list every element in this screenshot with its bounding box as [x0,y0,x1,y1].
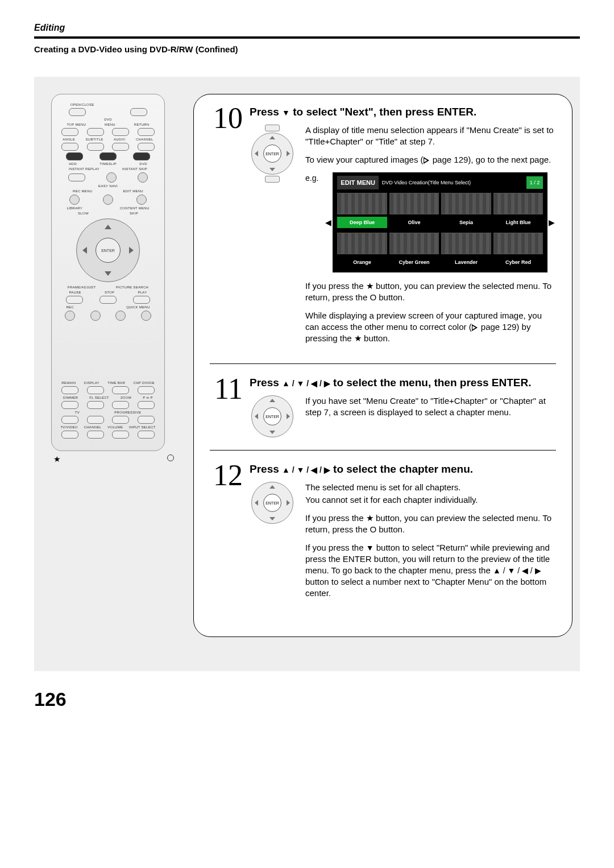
btn [136,195,147,205]
star-icon: ★ [366,281,374,291]
t10a: Press [250,106,282,118]
step-11: 11 Press ▲ / ▼ / ◀ / ▶ to select the men… [210,377,556,437]
step-num-12: 12 [210,463,243,606]
btn [87,416,104,424]
osd-title: DVD Video Creation(Title Menu Select) [382,177,471,188]
lbl-prog: PROGRESSIVE [114,411,141,414]
lbl-picsearch: PICTURE SEARCH [116,286,148,289]
s10-p3: If you press the ★ button, you can previ… [305,280,556,303]
btn [61,401,78,409]
star-icon: ★ [354,333,362,343]
lbl-recmenu: REC MENU [73,189,92,193]
osd-thumb [337,193,387,214]
udlr-icon: ▲ / ▼ / ◀ / ▶ [282,377,330,390]
stop-btn [99,296,117,304]
pause-btn [66,296,83,304]
lbl-timeslip: TIMESLIP [99,162,117,166]
btn [61,431,78,439]
btn [106,172,117,183]
s11-p1: If you have set "Menu Create" to "Title+… [305,395,556,418]
osd-thumb [441,193,491,214]
btn [103,195,113,205]
s12p3a: If you press the [305,543,366,552]
rec-btn [65,311,75,321]
osd-l8: Cyber Red [493,257,544,268]
osd-l1: Deep Blue [337,217,387,228]
dpad-small: ENTER [251,482,293,524]
step-10: 10 Press ▼ to select "Next", then press … [210,106,556,351]
step-num-10: 10 [210,106,243,351]
lbl-tv: TV [75,411,80,414]
dpad-left-icon [255,414,258,419]
page-number: 126 [34,688,580,710]
dpad-small: ENTER [251,133,293,175]
s10p2b: page 129), go to the next page. [430,155,551,164]
lbl-quick: QUICK MENU [126,305,150,309]
btn [87,401,104,409]
osd-l4: Light Blue [493,217,544,228]
hdd-btn [66,152,83,160]
dpad-diagram: ENTER [250,482,295,606]
lbl-zoom: ZOOM [121,396,131,399]
osd-thumb [389,233,439,254]
lbl-easy: EASY NAVI [57,184,159,188]
separator [210,363,556,364]
lbl-instrep: INSTANT REPLAY [69,167,99,171]
down-btn [138,143,155,151]
dpad-down-icon [269,168,275,171]
dpad-up-icon [105,225,111,229]
s10-p2: To view your captured images ( page 129)… [305,154,556,166]
dpad-right-icon [129,247,134,254]
dpad-left-icon [82,247,87,254]
lbl-pinp: P in P [143,396,153,399]
s10-p1: A display of title menu selection appear… [305,125,556,147]
osd-l3: Sepia [441,217,491,228]
lbl-display: DISPLAY [84,381,99,385]
step-num-11: 11 [210,377,243,437]
dpad-up-icon [269,136,275,139]
dpad-small: ENTER [251,395,293,437]
dpad-enter: ENTER [96,238,121,263]
eg-label: e.g. [305,172,318,184]
lbl-pause: PAUSE [69,291,81,294]
btn [112,401,129,409]
lbl-chpdiv: CHP DIVIDE [134,381,155,385]
lbl-editmenu: EDIT MENU [123,189,143,193]
lbl-inpsel: INPUT SELECT [129,425,156,429]
lbl-menu: MENU [105,123,115,126]
lbl-skip: SKIP [130,212,138,215]
dpad-up-icon [269,485,275,489]
remote-wrap: OPEN/CLOSE DVD TOP MENU MENU RETURN ANGL… [51,94,176,637]
s12-p1b: You cannot set it for each chapter indiv… [305,494,556,506]
btn [61,128,78,136]
star-icon: ★ [366,513,374,523]
btn [138,416,155,424]
content-panel: 10 Press ▼ to select "Next", then press … [193,94,572,637]
lbl-stop: STOP [105,291,114,294]
osd-thumb [441,233,491,254]
dpad-down-icon [269,431,275,434]
lbl-dimmer: DIMMER [63,396,78,399]
lbl-flsel: FL SELECT [89,396,109,399]
dpad-up-icon [269,399,275,402]
lbl-remain: REMAIN [61,381,76,385]
osd-l6: Cyber Green [389,257,439,268]
btn [138,386,155,394]
o-btn [115,311,126,321]
btn [112,143,129,151]
lbl-timebar: TIME BAR [107,381,125,385]
lbl-chan: CHANNEL [84,425,102,429]
osd-thumb [493,193,544,214]
step-11-title: Press ▲ / ▼ / ◀ / ▶ to select the menu, … [250,377,556,390]
dpad-top-bar [265,125,280,131]
lbl-tvvideo: TV/VIDEO [60,425,77,429]
btn [138,431,155,439]
play-btn [133,296,150,304]
separator [210,450,556,450]
section-heading: Editing [34,23,580,33]
dpad-enter: ENTER [263,407,281,425]
dpad-down-icon [269,517,275,520]
btn [112,128,129,136]
lbl-audio: AUDIO [114,138,126,141]
btn [61,416,78,424]
